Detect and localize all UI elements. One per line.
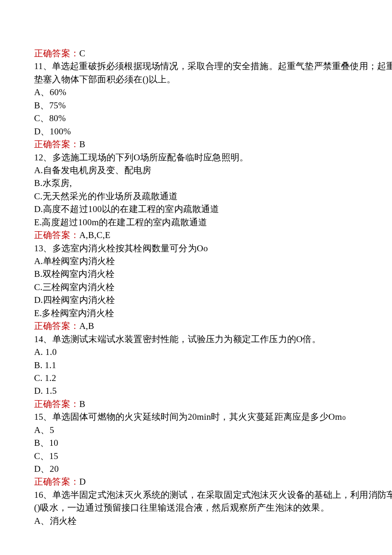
text-line: D. 1.5 [34,384,392,397]
answer-line: 正确答案：D [34,475,392,488]
text-line: C、80% [34,112,392,125]
answer-value: C [79,48,85,58]
text-line: A.自备发电机房及变、配电房 [34,164,392,177]
text-line: A.单栓阀室内消火栓 [34,255,392,267]
answer-label: 正确答案： [34,477,79,487]
text-line: A、5 [34,424,392,436]
text-line: D、100% [34,125,392,138]
answer-label: 正确答案： [34,230,79,240]
text-line: A. 1.0 [34,346,392,358]
text-line: 16、单选半固定式泡沫灭火系统的测试，在采取固定式泡沫灭火设备的基础上，利用消防… [34,488,392,514]
answer-label: 正确答案： [34,321,79,331]
answer-value: A,B [79,321,94,331]
text-line: B.双栓阀室内消火栓 [34,267,392,280]
answer-label: 正确答案： [34,399,79,409]
answer-line: 正确答案：B [34,398,392,410]
answer-line: 正确答案：B [34,138,392,151]
text-line: 13、多选室内消火栓按其栓阀数量可分为Oo [34,242,392,255]
text-line: A、60% [34,86,392,99]
text-line: C.无天然采光的作业场所及疏散通道 [34,190,392,203]
text-line: E.多栓阀室内消火栓 [34,307,392,320]
text-line: 11、单选起重破拆必须根据现场情况，采取合理的安全措施。起重气垫严禁重叠使用；起… [34,60,392,86]
document-content: 正确答案：C11、单选起重破拆必须根据现场情况，采取合理的安全措施。起重气垫严禁… [34,47,392,527]
text-line: C.三栓阀室内消火栓 [34,281,392,293]
text-line: 14、单选测试末端试水装置密封性能，试验压力为额定工作压力的O倍。 [34,333,392,346]
text-line: A、消火栓 [34,514,392,527]
text-line: D.高度不超过100以的在建工程的室内疏散通道 [34,203,392,215]
answer-value: B [79,399,85,409]
text-line: E.高度超过100m的在建工程的室内疏散通道 [34,216,392,229]
answer-label: 正确答案： [34,139,79,149]
text-line: B、75% [34,99,392,112]
answer-line: 正确答案：A,B [34,320,392,332]
text-line: 12、多选施工现场的下列O场所应配备临时应急照明。 [34,151,392,164]
text-line: B、10 [34,436,392,449]
text-line: C. 1.2 [34,372,392,384]
text-line: C、15 [34,450,392,462]
text-line: D、20 [34,462,392,475]
text-line: 15、单选固体可燃物的火灾延续时间为20min时，其火灾蔓延距离应是多少Om₀ [34,410,392,423]
answer-label: 正确答案： [34,48,79,58]
answer-line: 正确答案：C [34,47,392,60]
text-line: B.水泵房, [34,177,392,189]
text-line: B. 1.1 [34,359,392,372]
answer-value: A,B,C,E [79,230,110,240]
text-line: D.四栓阀室内消火栓 [34,293,392,306]
answer-value: D [79,477,86,487]
answer-value: B [79,139,85,149]
answer-line: 正确答案：A,B,C,E [34,229,392,241]
